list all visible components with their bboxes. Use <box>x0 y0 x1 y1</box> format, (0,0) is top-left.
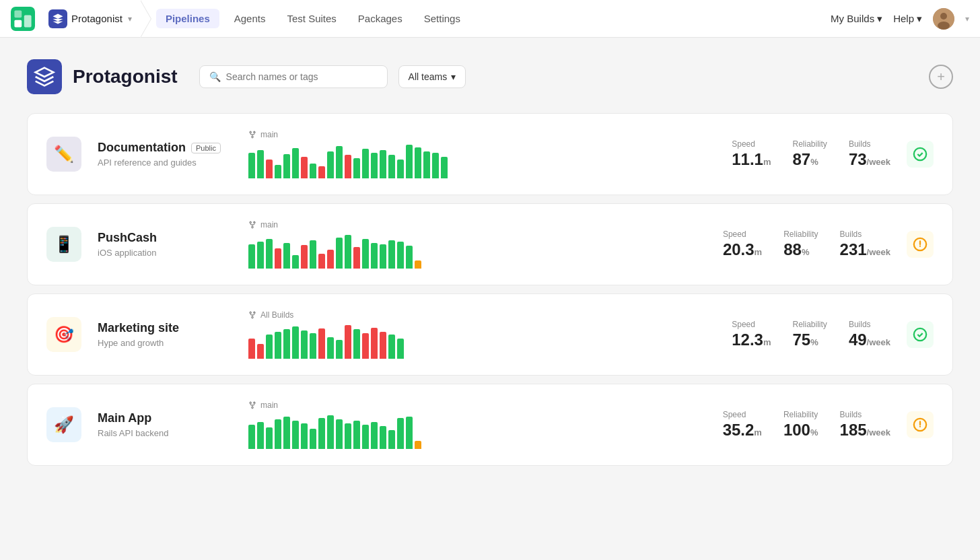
pipeline-branch: main <box>248 400 707 449</box>
pipeline-description: Rails API backend <box>98 428 232 438</box>
pipeline-status-icon[interactable] <box>907 411 934 438</box>
chart-bar <box>406 417 413 449</box>
pipeline-name: PushCash <box>98 231 157 245</box>
chart-bar <box>275 165 281 178</box>
my-builds-button[interactable]: My Builds ▾ <box>831 13 882 25</box>
chart-bar <box>345 423 351 449</box>
chart-bar <box>327 415 334 449</box>
stat-builds: Builds 185/week <box>840 410 890 440</box>
help-label: Help <box>893 13 914 24</box>
chart-bar <box>257 150 264 178</box>
chart-bar <box>345 235 351 269</box>
pipeline-description: Hype and growth <box>98 338 232 348</box>
pipeline-name-row: Main App <box>98 411 232 425</box>
pipeline-status-icon[interactable] <box>907 231 934 258</box>
pipeline-status-icon[interactable] <box>907 141 934 168</box>
chart-bar <box>353 329 360 359</box>
topnav: Protagonist ▾ Pipelines Agents Test Suit… <box>0 0 980 38</box>
stat-speed-value: 11.1m <box>732 150 771 169</box>
branch-label: main <box>248 400 707 410</box>
org-icon <box>27 59 62 94</box>
stat-builds: Builds 73/week <box>849 139 890 169</box>
brand-selector[interactable]: Protagonist ▾ <box>40 9 141 28</box>
stat-reliability: Reliability 75% <box>793 320 827 349</box>
add-icon: + <box>937 69 945 85</box>
chart-bar <box>371 243 378 269</box>
pipeline-branch: All Builds <box>248 310 715 359</box>
chart-bar <box>388 155 395 178</box>
avatar-chevron-icon: ▾ <box>965 14 969 24</box>
pipeline-card-documentation[interactable]: ✏️ Documentation Public API reference an… <box>27 113 953 195</box>
stat-builds-value: 185/week <box>840 421 890 440</box>
pipeline-info: Documentation Public API reference and g… <box>98 141 232 168</box>
stat-builds-label: Builds <box>840 410 890 419</box>
chart-bar <box>353 158 360 178</box>
nav-agents[interactable]: Agents <box>225 9 275 28</box>
teams-label: All teams <box>409 71 448 82</box>
stat-speed-label: Speed <box>732 320 771 329</box>
add-pipeline-button[interactable]: + <box>929 65 953 89</box>
nav-packages[interactable]: Packages <box>349 9 412 28</box>
brand-chevron-icon: ▾ <box>128 14 132 24</box>
chart-bar <box>406 246 413 269</box>
chart-bar <box>371 153 378 178</box>
pipeline-card-pushcash[interactable]: 📱 PushCash iOS application main Speed 20… <box>27 203 953 285</box>
svg-point-5 <box>940 13 947 20</box>
build-chart <box>248 234 707 269</box>
stat-builds-label: Builds <box>849 139 890 149</box>
chart-bar <box>388 430 395 449</box>
chart-bar <box>327 250 334 269</box>
pipeline-card-marketing-site[interactable]: 🎯 Marketing site Hype and growth All Bui… <box>27 293 953 376</box>
chart-bar <box>292 148 299 178</box>
search-box[interactable]: 🔍 <box>199 65 388 88</box>
stat-speed-value: 20.3m <box>723 240 762 259</box>
chart-bar <box>318 328 325 359</box>
chart-bar <box>388 335 395 359</box>
pipeline-info: Main App Rails API backend <box>98 411 232 438</box>
chart-bar <box>336 419 343 449</box>
chart-bar <box>301 423 308 449</box>
stat-reliability-label: Reliability <box>783 230 818 239</box>
chart-bar <box>336 340 343 359</box>
chart-bar <box>257 242 264 269</box>
stat-reliability-label: Reliability <box>793 320 827 329</box>
page-title: Protagonist <box>73 66 178 88</box>
stat-builds-label: Builds <box>840 230 890 239</box>
chart-bar <box>301 245 308 269</box>
chart-bar <box>257 422 264 449</box>
stat-builds: Builds 231/week <box>840 230 890 259</box>
teams-dropdown[interactable]: All teams ▾ <box>398 65 466 88</box>
chart-bar <box>415 441 421 449</box>
pipeline-icon: 🎯 <box>46 317 81 352</box>
search-icon: 🔍 <box>209 71 221 82</box>
chart-bar <box>432 153 439 178</box>
chart-bar <box>283 154 290 178</box>
chart-bar <box>353 247 360 269</box>
nav-test-suites[interactable]: Test Suites <box>277 9 345 28</box>
stat-reliability-value: 88% <box>783 240 818 259</box>
pipeline-name: Marketing site <box>98 321 179 335</box>
pipeline-icon: 📱 <box>46 227 81 262</box>
chart-bar <box>397 418 404 449</box>
pipeline-card-main-app[interactable]: 🚀 Main App Rails API backend main Speed … <box>27 384 953 466</box>
page-header: Protagonist 🔍 All teams ▾ + <box>27 59 953 94</box>
stat-reliability-label: Reliability <box>793 139 827 149</box>
pipeline-name-row: Documentation Public <box>98 141 232 155</box>
nav-settings[interactable]: Settings <box>415 9 470 28</box>
chart-bar <box>345 155 351 178</box>
chart-bar <box>275 248 281 269</box>
pipeline-stats: Speed 12.3m Reliability 75% Builds 49/we… <box>732 320 890 349</box>
search-input[interactable] <box>226 71 378 82</box>
buildkite-logo[interactable] <box>11 7 35 31</box>
chart-bar <box>310 429 316 449</box>
nav-pipelines[interactable]: Pipelines <box>156 9 219 28</box>
pipeline-icon: 🚀 <box>46 407 81 442</box>
pipeline-status-icon[interactable] <box>907 321 934 348</box>
chart-bar <box>415 260 421 269</box>
pipeline-stats: Speed 11.1m Reliability 87% Builds 73/we… <box>732 139 890 169</box>
user-avatar[interactable] <box>933 8 954 30</box>
chart-bar <box>336 238 343 269</box>
pipeline-branch: main <box>248 130 715 178</box>
help-button[interactable]: Help ▾ <box>893 13 922 25</box>
chart-bar <box>275 332 281 359</box>
